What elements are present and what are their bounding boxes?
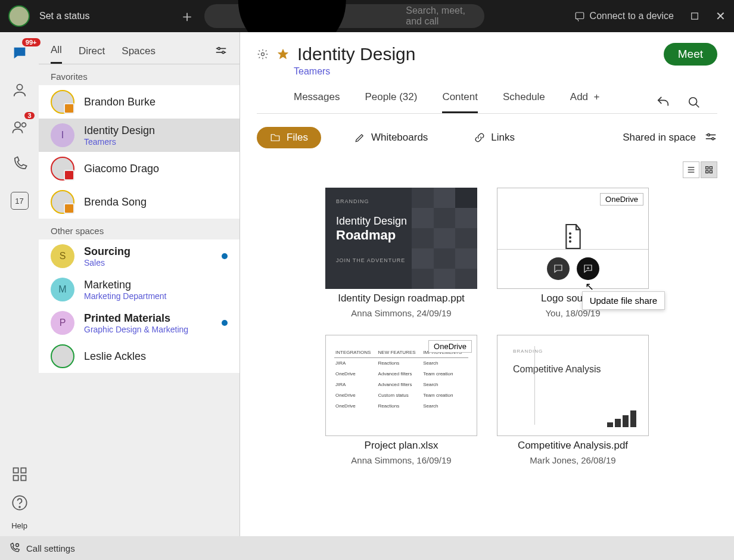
- file-meta: Anna Simmons, 16/09/19: [351, 455, 451, 465]
- cloud-tag: OneDrive: [428, 340, 472, 353]
- star-icon[interactable]: [277, 48, 289, 60]
- pill-links[interactable]: Links: [461, 127, 528, 148]
- tab-messages[interactable]: Messages: [294, 91, 340, 113]
- svg-point-12: [19, 506, 20, 508]
- tooltip: Update file share: [582, 291, 665, 310]
- filter-icon[interactable]: [214, 45, 228, 58]
- topbar: Set a status ＋ Search, meet, and call Co…: [0, 0, 734, 32]
- svg-line-20: [696, 104, 699, 107]
- sidebar-item-printed[interactable]: P Printed Materials Graphic Design & Mar…: [39, 306, 240, 340]
- sidebar-item-leslie[interactable]: Leslie Ackles: [39, 340, 240, 373]
- help-nav-icon[interactable]: [10, 493, 30, 513]
- favorites-label: Favorites: [39, 64, 240, 85]
- maximize-icon[interactable]: [689, 11, 700, 21]
- file-meta: Anna Simmons, 24/09/19: [351, 308, 451, 318]
- tab-schedule[interactable]: Schedule: [503, 91, 545, 113]
- reply-icon[interactable]: [657, 96, 670, 109]
- pill-files[interactable]: Files: [257, 127, 321, 148]
- svg-point-35: [16, 544, 19, 547]
- user-avatar[interactable]: [8, 5, 30, 27]
- content-area: Identity Design Meet Teamers Messages Pe…: [240, 32, 734, 536]
- file-thumb: BRANDING Identity Design Roadmap JOIN TH…: [325, 188, 477, 289]
- cast-icon: [574, 11, 585, 21]
- connect-device[interactable]: Connect to a device: [574, 11, 674, 21]
- meet-button[interactable]: Meet: [664, 43, 717, 66]
- sidebar-item-marketing[interactable]: M Marketing Marketing Department: [39, 273, 240, 306]
- call-settings-label[interactable]: Call settings: [26, 543, 75, 553]
- file-card[interactable]: OneDrive Update file share ↖ Logo source…: [496, 188, 651, 318]
- file-name: Competitive Analysis.pdf: [518, 440, 628, 452]
- page-title: Identity Design: [297, 44, 415, 64]
- svg-rect-29: [710, 167, 712, 169]
- list-view-icon[interactable]: [683, 161, 699, 178]
- cloud-tag: OneDrive: [600, 193, 643, 206]
- sidebar-item-sourcing[interactable]: S Sourcing Sales: [39, 239, 240, 273]
- team-link[interactable]: Teamers: [294, 66, 717, 77]
- file-name: Project plan.xlsx: [365, 440, 438, 452]
- teams-nav-icon[interactable]: [10, 80, 30, 100]
- svg-rect-7: [13, 468, 18, 473]
- sidebar-tabs: All Direct Spaces: [39, 32, 240, 64]
- cursor-icon: ↖: [585, 280, 594, 293]
- sidebar-item-giacomo[interactable]: Giacomo Drago: [39, 152, 240, 185]
- unread-dot: [222, 320, 228, 326]
- file-thumb: OneDrive Update file share ↖: [497, 188, 649, 289]
- grid-view-icon[interactable]: [701, 161, 717, 178]
- svg-rect-28: [706, 167, 708, 169]
- calls-nav-icon[interactable]: [10, 154, 30, 174]
- svg-point-24: [712, 138, 714, 140]
- update-share-icon[interactable]: [577, 257, 599, 280]
- contacts-badge: 3: [24, 112, 34, 119]
- close-icon[interactable]: ✕: [716, 9, 726, 23]
- svg-rect-31: [710, 170, 712, 173]
- sidebar-item-brenda[interactable]: Brenda Song: [39, 185, 240, 219]
- svg-rect-2: [576, 13, 584, 19]
- other-spaces-label: Other spaces: [39, 219, 240, 239]
- tab-add[interactable]: Add +: [570, 91, 600, 113]
- plus-icon[interactable]: ＋: [179, 6, 195, 27]
- tab-all[interactable]: All: [51, 38, 62, 64]
- file-thumb: BRANDING Competitive Analysis: [497, 335, 649, 436]
- sidebar: All Direct Spaces Favorites Brandon Burk…: [39, 32, 240, 536]
- contacts-nav-icon[interactable]: 3: [10, 117, 30, 137]
- filter-icon: [704, 131, 717, 144]
- svg-point-17: [262, 53, 265, 56]
- content-tabs: Messages People (32) Content Schedule Ad…: [257, 77, 717, 114]
- navigation-rail: 99+ 3 17 Help: [0, 32, 39, 536]
- file-card[interactable]: OneDrive INTEGRATIONS NEW FEATURES IMPRO…: [324, 335, 479, 465]
- top-right-icons: Connect to a device ✕: [574, 9, 726, 23]
- pill-whiteboards[interactable]: Whiteboards: [341, 127, 441, 148]
- bottom-bar: Call settings: [0, 536, 734, 560]
- file-card[interactable]: BRANDING Identity Design Roadmap JOIN TH…: [324, 188, 479, 318]
- svg-marker-18: [278, 49, 288, 59]
- search-placeholder: Search, meet, and call: [406, 5, 474, 27]
- tab-people[interactable]: People (32): [365, 91, 417, 113]
- svg-point-32: [570, 233, 571, 234]
- sidebar-item-brandon[interactable]: Brandon Burke: [39, 85, 240, 119]
- svg-rect-9: [13, 475, 18, 480]
- file-meta: Mark Jones, 26/08/19: [530, 455, 615, 465]
- shared-filter[interactable]: Shared in space: [623, 131, 717, 144]
- search-input[interactable]: Search, meet, and call: [204, 4, 484, 28]
- file-grid: BRANDING Identity Design Roadmap JOIN TH…: [240, 183, 734, 470]
- svg-point-23: [708, 134, 710, 136]
- gear-icon[interactable]: [257, 48, 269, 60]
- status-text[interactable]: Set a status: [39, 11, 90, 21]
- calendar-nav-icon[interactable]: 17: [10, 191, 30, 211]
- svg-point-6: [21, 123, 26, 127]
- file-card[interactable]: BRANDING Competitive Analysis Competitiv…: [496, 335, 651, 465]
- tab-spaces[interactable]: Spaces: [122, 39, 155, 63]
- sidebar-item-identity[interactable]: I Identity Design Teamers: [39, 119, 240, 152]
- file-thumb: OneDrive INTEGRATIONS NEW FEATURES IMPRO…: [325, 335, 477, 436]
- svg-point-5: [14, 122, 20, 127]
- search-icon[interactable]: [688, 96, 701, 109]
- svg-rect-8: [21, 468, 26, 473]
- call-settings-icon[interactable]: [8, 542, 20, 554]
- tab-content[interactable]: Content: [442, 91, 478, 113]
- tab-direct[interactable]: Direct: [79, 39, 105, 63]
- unread-dot: [222, 253, 228, 259]
- chat-action-icon[interactable]: [547, 257, 570, 280]
- apps-nav-icon[interactable]: [10, 464, 30, 484]
- document-icon: [561, 222, 585, 251]
- chat-nav-icon[interactable]: 99+: [10, 43, 30, 63]
